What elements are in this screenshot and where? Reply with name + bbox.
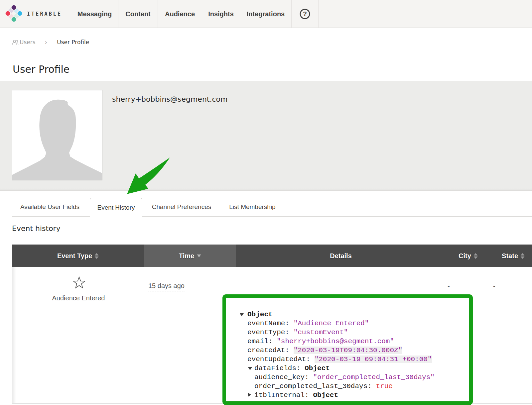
json-value: "sherry+bobbins@segment.com" (277, 338, 394, 345)
json-value: "2020-03-19T09:04:30.000Z" (294, 347, 403, 354)
breadcrumb-current-page: User Profile (57, 39, 89, 46)
iterable-logo-icon[interactable] (5, 5, 23, 22)
event-table-header: Event Type Time Details City State (12, 245, 532, 267)
json-line: eventName: "Audience Entered" (226, 319, 469, 328)
nav-item-insights[interactable]: Insights (202, 0, 240, 28)
nav-item-integrations[interactable]: Integrations (240, 0, 291, 28)
top-navigation-bar: ITERABLE Messaging Content Audience Insi… (0, 0, 532, 28)
json-value: "2020-03-19 09:04:31 +00:00" (315, 355, 432, 363)
json-key: itblInternal: (254, 391, 313, 399)
sort-icon (473, 253, 478, 259)
event-time-value[interactable]: 15 days ago (148, 282, 185, 291)
person-silhouette-icon (12, 90, 102, 180)
nav-item-audience[interactable]: Audience (158, 0, 202, 28)
column-label: Time (179, 252, 194, 260)
json-key: eventName: (247, 320, 294, 327)
caret-down-icon[interactable] (240, 310, 247, 319)
tab-list-membership[interactable]: List Membership (228, 198, 277, 216)
event-city-value: - (448, 282, 450, 290)
nav-item-label: Insights (208, 10, 234, 18)
json-line: eventUpdatedAt: "2020-03-19 09:04:31 +00… (226, 355, 469, 364)
json-key: order_completed_last_30days: (254, 382, 376, 390)
sort-desc-icon (197, 254, 201, 257)
event-state-value: - (493, 282, 495, 290)
nav-item-content[interactable]: Content (118, 0, 158, 28)
json-key: email: (247, 338, 277, 345)
event-type-value: Audience Entered (25, 294, 132, 302)
profile-email: sherry+bobbins@segment.com (112, 95, 227, 104)
profile-banner: sherry+bobbins@segment.com (0, 81, 532, 191)
column-label: State (502, 252, 518, 260)
breadcrumb-users-link[interactable]: Users (20, 39, 36, 46)
sort-icon (94, 253, 99, 259)
json-key: createdAt: (247, 347, 294, 354)
tab-available-user-fields[interactable]: Available User Fields (19, 198, 81, 216)
column-header-time[interactable]: Time (144, 245, 236, 267)
avatar (12, 90, 102, 180)
json-key: audience_key: (254, 373, 313, 381)
json-line: itblInternal: Object (226, 391, 469, 400)
nav-item-label: Content (125, 10, 151, 18)
json-line: order_completed_last_30days: true (226, 382, 469, 391)
json-value: "Audience Entered" (294, 320, 369, 327)
help-button[interactable]: ? (291, 0, 319, 28)
json-object-label: Object (247, 311, 273, 318)
column-header-details[interactable]: Details (236, 245, 446, 267)
caret-down-icon[interactable] (248, 364, 254, 373)
json-line: eventType: "customEvent" (226, 328, 469, 337)
column-label: Details (330, 252, 352, 260)
section-title: Event history (12, 224, 61, 233)
users-icon (12, 40, 19, 45)
json-value: "order_completed_last_30days" (313, 373, 434, 381)
json-value: true (376, 382, 392, 390)
svg-text:?: ? (303, 10, 307, 17)
tab-event-history[interactable]: Event History (90, 198, 142, 217)
page-title: User Profile (13, 63, 69, 75)
json-value: "customEvent" (294, 329, 348, 336)
column-header-event-type[interactable]: Event Type (12, 245, 144, 267)
column-header-city[interactable]: City (446, 245, 486, 267)
nav-item-label: Audience (165, 10, 195, 18)
caret-right-icon[interactable] (248, 391, 254, 400)
nav-item-label: Integrations (247, 10, 285, 18)
json-key: eventType: (247, 329, 294, 336)
json-line: Object (226, 310, 469, 319)
sort-icon (520, 253, 525, 259)
breadcrumb: Users › User Profile (12, 37, 89, 47)
star-icon (72, 276, 86, 289)
json-line: dataFields: Object (226, 364, 469, 373)
json-key: dataFields: (254, 364, 305, 372)
nav-item-messaging[interactable]: Messaging (71, 0, 118, 28)
iterable-wordmark[interactable]: ITERABLE (27, 0, 62, 28)
json-key: eventUpdatedAt: (247, 355, 315, 363)
breadcrumb-chevron-icon: › (45, 39, 48, 46)
json-line: audience_key: "order_completed_last_30da… (226, 373, 469, 382)
json-object-label: Object (313, 391, 338, 399)
json-line: email: "sherry+bobbins@segment.com" (226, 337, 469, 346)
json-line: createdAt: "2020-03-19T09:04:30.000Z" (226, 346, 469, 355)
column-label: Event Type (57, 252, 92, 260)
column-label: City (459, 252, 471, 260)
question-mark-circle-icon: ? (300, 9, 310, 19)
tab-label: Event History (97, 204, 135, 211)
event-details-json-panel: Object eventName: "Audience Entered" eve… (222, 294, 473, 405)
tab-channel-preferences[interactable]: Channel Preferences (150, 198, 213, 216)
column-header-state[interactable]: State (486, 245, 532, 267)
nav-item-label: Messaging (77, 10, 112, 18)
json-object-label: Object (305, 364, 330, 372)
